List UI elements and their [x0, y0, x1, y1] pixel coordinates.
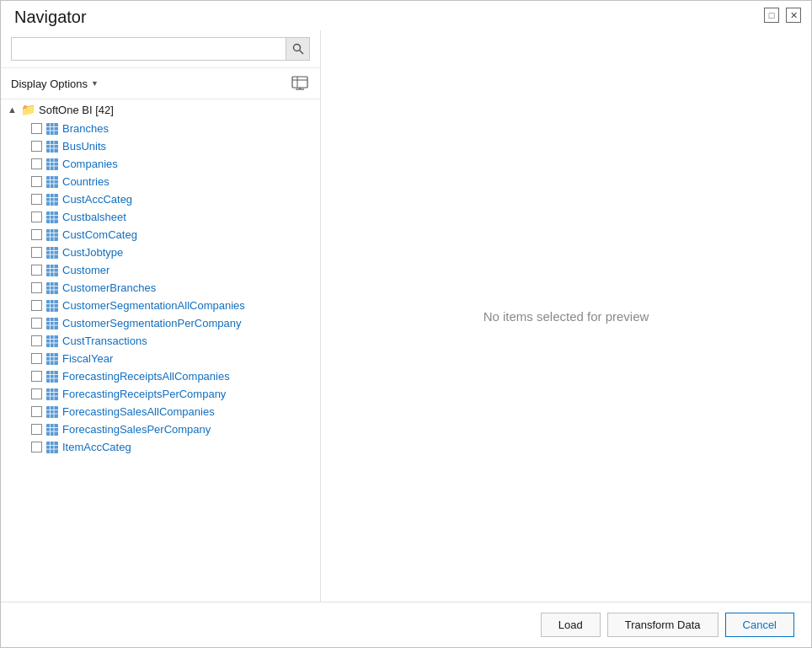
- list-item[interactable]: Countries: [1, 173, 320, 190]
- close-button[interactable]: ✕: [786, 8, 801, 23]
- list-item[interactable]: ForecastingSalesPerCompany: [1, 420, 320, 438]
- load-button[interactable]: Load: [541, 613, 601, 637]
- item-checkbox[interactable]: [31, 229, 42, 240]
- item-label: CustTransactions: [62, 335, 147, 347]
- table-icon: [46, 229, 58, 241]
- collapse-arrow-icon: ▲: [8, 104, 18, 115]
- table-icon: [46, 442, 58, 453]
- list-item[interactable]: CustomerSegmentationPerCompany: [1, 314, 320, 332]
- item-checkbox[interactable]: [31, 194, 42, 205]
- item-checkbox[interactable]: [31, 442, 42, 453]
- svg-rect-87: [46, 406, 58, 418]
- window-title: Navigator: [14, 8, 87, 27]
- list-item[interactable]: FiscalYear: [1, 350, 320, 367]
- table-icon: [46, 335, 58, 347]
- folder-icon: 📁: [21, 103, 35, 116]
- svg-rect-2: [292, 77, 307, 88]
- list-item[interactable]: BusUnits: [1, 137, 320, 155]
- list-item[interactable]: CustomerSegmentationAllCompanies: [1, 297, 320, 314]
- list-item[interactable]: Companies: [1, 155, 320, 173]
- svg-rect-17: [46, 158, 58, 170]
- table-icon: [46, 282, 58, 294]
- title-bar: Navigator □ ✕: [1, 1, 811, 30]
- item-label: Customer: [62, 264, 110, 276]
- item-label: CustJobtype: [62, 246, 123, 259]
- svg-rect-72: [46, 353, 58, 365]
- cancel-button[interactable]: Cancel: [725, 613, 794, 637]
- tree-container[interactable]: ▲ 📁 SoftOne BI [42] Branches: [1, 99, 320, 602]
- search-icon: [292, 43, 304, 55]
- preview-toggle-button[interactable]: [290, 73, 310, 94]
- table-icon: [46, 388, 58, 400]
- item-label: CustComCateg: [62, 228, 137, 241]
- svg-line-1: [299, 51, 303, 55]
- item-checkbox[interactable]: [31, 371, 42, 382]
- svg-rect-12: [46, 141, 58, 153]
- search-button[interactable]: [286, 37, 310, 61]
- item-checkbox[interactable]: [31, 265, 42, 276]
- item-checkbox[interactable]: [31, 335, 42, 346]
- list-item[interactable]: Custbalsheet: [1, 208, 320, 226]
- svg-point-0: [293, 45, 300, 51]
- item-checkbox[interactable]: [31, 318, 42, 329]
- item-checkbox[interactable]: [31, 300, 42, 311]
- item-label: ItemAccCateg: [62, 441, 131, 453]
- maximize-button[interactable]: □: [764, 8, 779, 23]
- list-item[interactable]: CustTransactions: [1, 332, 320, 350]
- item-label: CustomerSegmentationPerCompany: [62, 317, 241, 329]
- list-item[interactable]: CustAccCateg: [1, 190, 320, 208]
- svg-rect-67: [46, 335, 58, 347]
- tree-root-label: SoftOne BI [42]: [39, 104, 114, 116]
- svg-rect-37: [46, 229, 58, 241]
- item-checkbox[interactable]: [31, 158, 42, 169]
- item-checkbox[interactable]: [31, 123, 42, 134]
- svg-rect-52: [46, 282, 58, 294]
- svg-rect-47: [46, 265, 58, 276]
- list-item[interactable]: CustComCateg: [1, 226, 320, 244]
- tree-root-item[interactable]: ▲ 📁 SoftOne BI [42]: [1, 99, 320, 120]
- list-item[interactable]: ForecastingReceiptsPerCompany: [1, 385, 320, 403]
- window-controls: □ ✕: [764, 8, 801, 23]
- svg-rect-97: [46, 442, 58, 453]
- svg-rect-27: [46, 194, 58, 206]
- display-options-label: Display Options: [11, 78, 88, 90]
- list-item[interactable]: CustJobtype: [1, 244, 320, 261]
- item-checkbox[interactable]: [31, 424, 42, 435]
- list-item[interactable]: Customer: [1, 261, 320, 279]
- list-item[interactable]: ItemAccCateg: [1, 438, 320, 456]
- table-icon: [46, 141, 58, 153]
- table-icon: [46, 194, 58, 206]
- table-icon: [46, 318, 58, 329]
- item-checkbox[interactable]: [31, 282, 42, 293]
- item-checkbox[interactable]: [31, 176, 42, 187]
- transform-data-button[interactable]: Transform Data: [607, 613, 719, 637]
- display-options-bar: Display Options ▼: [1, 68, 320, 99]
- item-label: Custbalsheet: [62, 211, 126, 223]
- item-label: ForecastingReceiptsAllCompanies: [62, 370, 230, 383]
- table-icon: [46, 123, 58, 135]
- item-checkbox[interactable]: [31, 141, 42, 152]
- item-checkbox[interactable]: [31, 406, 42, 417]
- svg-rect-22: [46, 176, 58, 188]
- table-icon: [46, 247, 58, 259]
- search-input[interactable]: [11, 37, 286, 61]
- item-label: CustomerSegmentationAllCompanies: [62, 299, 245, 312]
- list-item[interactable]: ForecastingReceiptsAllCompanies: [1, 367, 320, 385]
- display-options-button[interactable]: Display Options ▼: [11, 78, 99, 90]
- svg-rect-92: [46, 424, 58, 436]
- svg-rect-57: [46, 300, 58, 312]
- table-icon: [46, 353, 58, 365]
- no-preview-text: No items selected for preview: [483, 309, 649, 324]
- item-label: Countries: [62, 175, 110, 188]
- item-checkbox[interactable]: [31, 353, 42, 364]
- table-icon: [46, 424, 58, 436]
- item-checkbox[interactable]: [31, 388, 42, 399]
- item-checkbox[interactable]: [31, 247, 42, 258]
- item-checkbox[interactable]: [31, 212, 42, 222]
- table-icon: [46, 158, 58, 170]
- svg-rect-32: [46, 212, 58, 223]
- list-item[interactable]: CustomerBranches: [1, 279, 320, 297]
- list-item[interactable]: Branches: [1, 120, 320, 137]
- list-item[interactable]: ForecastingSalesAllCompanies: [1, 403, 320, 420]
- display-options-arrow: ▼: [91, 79, 99, 88]
